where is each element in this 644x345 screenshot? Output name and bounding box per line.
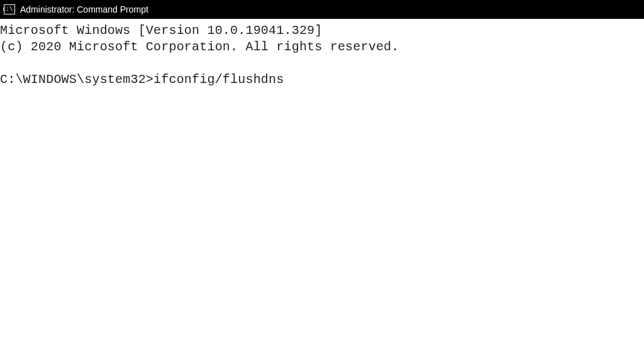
console-line-copyright: (c) 2020 Microsoft Corporation. All righ…: [0, 39, 644, 55]
console-output-area[interactable]: Microsoft Windows [Version 10.0.19041.32…: [0, 19, 644, 88]
console-blank-line: [0, 55, 644, 72]
console-line-version: Microsoft Windows [Version 10.0.19041.32…: [0, 23, 644, 39]
console-prompt-line[interactable]: C:\WINDOWS\system32>: [0, 72, 644, 88]
cmd-icon: c:\.: [4, 4, 15, 14]
console-command-input[interactable]: [153, 72, 644, 88]
window-title: Administrator: Command Prompt: [20, 4, 148, 14]
console-prompt: C:\WINDOWS\system32>: [0, 72, 153, 88]
window-title-bar[interactable]: c:\. Administrator: Command Prompt: [0, 0, 644, 19]
